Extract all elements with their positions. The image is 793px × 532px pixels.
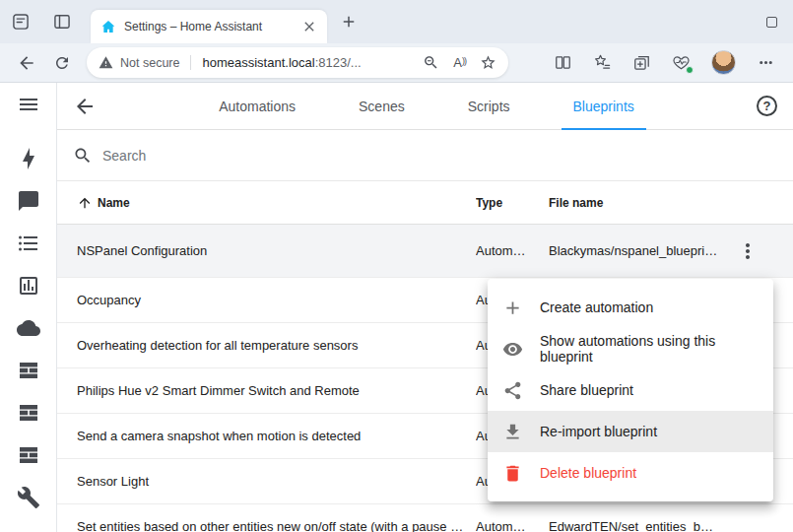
menu-item-reimport-blueprint[interactable]: Re-import blueprint xyxy=(488,411,773,452)
share-icon xyxy=(502,380,523,401)
name-column-header[interactable]: Name xyxy=(57,195,476,211)
window-maximize-button[interactable] xyxy=(766,17,777,28)
status-dot xyxy=(686,66,694,74)
type-column-header[interactable]: Type xyxy=(476,196,549,210)
tab-actions-icon[interactable] xyxy=(51,11,73,33)
collections-icon[interactable] xyxy=(632,53,651,72)
tab-blueprints[interactable]: Blueprints xyxy=(542,83,666,130)
address-divider xyxy=(190,55,191,70)
menu-item-show-automations[interactable]: Show automations using this blueprint xyxy=(488,328,773,369)
table-row[interactable]: Set entities based on other entities new… xyxy=(57,504,793,532)
browser-titlebar: Settings – Home Assistant xyxy=(0,0,793,43)
plus-icon xyxy=(502,298,523,318)
favorite-star-icon[interactable] xyxy=(480,54,496,71)
more-menu-icon[interactable] xyxy=(757,53,775,72)
url-text[interactable]: homeassistant.local:8123/... xyxy=(202,55,416,70)
menu-item-share-blueprint[interactable]: Share blueprint xyxy=(488,369,773,411)
sort-ascending-icon[interactable] xyxy=(77,195,93,211)
tab-scripts[interactable]: Scripts xyxy=(436,83,542,130)
new-tab-button[interactable] xyxy=(339,12,359,32)
address-bar[interactable]: Not secure homeassistant.local:8123/... … xyxy=(87,47,508,78)
developer-tools-icon[interactable] xyxy=(17,486,40,509)
server-icon-1[interactable] xyxy=(17,359,40,382)
search-icon xyxy=(73,146,93,166)
not-secure-icon[interactable] xyxy=(99,55,113,70)
split-screen-icon[interactable] xyxy=(554,53,572,72)
workspaces-icon[interactable] xyxy=(10,11,32,33)
ha-back-button[interactable] xyxy=(73,95,97,118)
tab-scenes[interactable]: Scenes xyxy=(327,83,436,130)
help-button[interactable]: ? xyxy=(757,96,777,116)
download-icon xyxy=(502,422,523,442)
read-aloud-icon[interactable]: A)) xyxy=(453,55,466,70)
eye-icon xyxy=(502,339,523,360)
file-column-header[interactable]: File name xyxy=(549,196,718,210)
tab-automations[interactable]: Automations xyxy=(187,83,327,130)
menu-item-delete-blueprint[interactable]: Delete blueprint xyxy=(488,452,773,494)
history-chart-icon[interactable] xyxy=(17,274,40,298)
table-header: Name Type File name xyxy=(57,181,793,225)
menu-item-create-automation[interactable]: Create automation xyxy=(488,287,773,328)
ha-header: Automations Scenes Scripts Blueprints ? xyxy=(57,83,793,130)
tab-close-icon[interactable] xyxy=(301,19,317,34)
ha-tab-bar: Automations Scenes Scripts Blueprints xyxy=(97,83,757,130)
toolbar-right-icons xyxy=(554,50,781,75)
window-controls xyxy=(766,17,793,28)
row-context-menu: Create automation Show automations using… xyxy=(488,279,773,501)
search-placeholder: Search xyxy=(102,148,146,164)
ha-sidebar xyxy=(0,83,57,532)
server-icon-3[interactable] xyxy=(17,443,40,467)
server-icon-2[interactable] xyxy=(17,401,40,425)
browser-tab[interactable]: Settings – Home Assistant xyxy=(91,10,327,43)
list-icon[interactable] xyxy=(17,232,40,255)
profile-avatar[interactable] xyxy=(711,50,736,75)
favorites-icon[interactable] xyxy=(593,53,612,72)
assist-icon[interactable] xyxy=(17,189,40,213)
security-label[interactable]: Not secure xyxy=(120,56,179,70)
delete-icon xyxy=(502,463,523,484)
zoom-out-icon[interactable] xyxy=(423,54,439,71)
row-menu-button[interactable] xyxy=(736,239,760,263)
sidebar-menu-icon[interactable] xyxy=(17,93,40,116)
search-field[interactable]: Search xyxy=(57,130,793,181)
refresh-button[interactable] xyxy=(47,48,77,78)
browser-essentials-icon[interactable] xyxy=(672,53,691,72)
energy-icon[interactable] xyxy=(17,147,40,170)
back-button[interactable] xyxy=(12,48,41,78)
cloud-icon[interactable] xyxy=(17,316,40,340)
browser-toolbar: Not secure homeassistant.local:8123/... … xyxy=(0,43,793,83)
tab-title: Settings – Home Assistant xyxy=(124,20,294,33)
table-row[interactable]: NSPanel Configuration Autom… Blackymas/n… xyxy=(57,225,793,278)
home-assistant-favicon xyxy=(100,19,116,34)
